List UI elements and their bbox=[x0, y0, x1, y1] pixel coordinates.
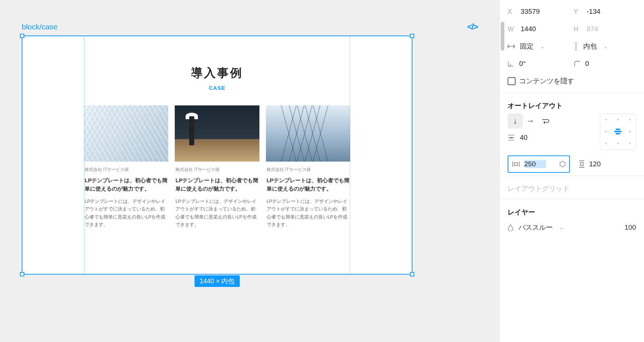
transform-section: X 33579 Y -134 W 1440 H 874 固定 bbox=[500, 0, 644, 93]
autolayout-heading: オートレイアウト bbox=[508, 96, 636, 113]
design-panel: X 33579 Y -134 W 1440 H 874 固定 bbox=[499, 0, 644, 342]
blend-mode-value[interactable]: パススルー bbox=[518, 223, 553, 232]
angle-icon bbox=[508, 61, 514, 67]
h-value[interactable]: 874 bbox=[587, 25, 598, 33]
horizontal-padding-field[interactable]: 250 bbox=[508, 155, 570, 173]
horizontal-resize-icon bbox=[508, 44, 515, 49]
vertical-padding-icon bbox=[579, 160, 585, 168]
canvas-area[interactable]: block/case </> 導入事例 CASE 株式会社 ITサービス様 LP… bbox=[0, 0, 499, 342]
corner-radius-value[interactable]: 0 bbox=[585, 60, 589, 68]
direction-buttons: ↓ → bbox=[508, 113, 593, 129]
horizontal-padding-icon bbox=[512, 161, 520, 167]
layer-section: レイヤー パススルー ⌄ 100 bbox=[500, 200, 644, 238]
autolayout-section: オートレイアウト ↓ → 40 bbox=[500, 93, 644, 176]
card-desc: LPテンプレートには、デザインやレイアウトがすでに決まっているため、初心者でも簡… bbox=[175, 198, 258, 229]
card-company: 株式会社 ITサービス様 bbox=[175, 167, 258, 173]
x-value[interactable]: 33579 bbox=[521, 8, 540, 16]
card-company: 株式会社 ITサービス様 bbox=[267, 167, 349, 173]
direction-wrap-button[interactable] bbox=[538, 113, 553, 129]
guide-right bbox=[350, 36, 350, 274]
y-label: Y bbox=[574, 8, 582, 16]
resize-handle-br[interactable] bbox=[410, 272, 414, 276]
x-field[interactable]: X 33579 bbox=[508, 8, 570, 16]
w-label: W bbox=[508, 25, 516, 33]
dimensions-badge: 1440 × 内包 bbox=[195, 275, 240, 287]
w-value[interactable]: 1440 bbox=[521, 25, 536, 33]
x-label: X bbox=[508, 8, 516, 16]
chevron-down-icon: ⌄ bbox=[540, 43, 545, 49]
case-card: 株式会社 ITサービス様 LPテンプレートは、初心者でも簡単に使えるのが魅力です… bbox=[175, 105, 259, 234]
rotation-value[interactable]: 0° bbox=[519, 60, 526, 68]
card-desc: LPテンプレートには、デザインやレイアウトがすでに決まっているため、初心者でも簡… bbox=[267, 198, 349, 229]
svg-rect-0 bbox=[514, 163, 517, 166]
section-subtitle: CASE bbox=[84, 85, 350, 91]
chevron-down-icon: ⌄ bbox=[603, 43, 608, 49]
gap-icon bbox=[508, 134, 515, 141]
y-field[interactable]: Y -134 bbox=[574, 8, 636, 16]
layout-grid-section[interactable]: レイアウトグリッド bbox=[500, 176, 644, 200]
layer-heading: レイヤー bbox=[508, 203, 636, 220]
corner-radius-icon bbox=[574, 61, 580, 67]
vertical-padding-field[interactable]: 120 bbox=[574, 155, 636, 173]
code-icon[interactable]: </> bbox=[467, 22, 478, 32]
scrollbar-thumb[interactable] bbox=[501, 22, 504, 51]
corner-radius-field[interactable]: 0 bbox=[574, 60, 636, 68]
resize-handle-tl[interactable] bbox=[20, 34, 24, 38]
case-card: 株式会社 ITサービス様 LPテンプレートは、初心者でも簡単に使えるのが魅力です… bbox=[84, 105, 168, 234]
card-desc: LPテンプレートには、デザインやレイアウトがすでに決まっているため、初心者でも簡… bbox=[85, 198, 168, 229]
gap-value[interactable]: 40 bbox=[520, 134, 528, 142]
clip-content-checkbox[interactable] bbox=[508, 77, 516, 85]
resize-handle-tr[interactable] bbox=[410, 34, 414, 38]
selected-frame[interactable]: 導入事例 CASE 株式会社 ITサービス様 LPテンプレートは、初心者でも簡単… bbox=[22, 36, 412, 275]
card-image bbox=[84, 105, 168, 162]
section-title: 導入事例 bbox=[84, 65, 350, 81]
card-company: 株式会社 ITサービス様 bbox=[85, 167, 168, 173]
direction-vertical-button[interactable]: ↓ bbox=[508, 113, 523, 129]
vertical-constraint[interactable]: 内包 ⌄ bbox=[574, 42, 636, 51]
blend-mode-icon[interactable] bbox=[508, 224, 513, 231]
rotation-field[interactable]: 0° bbox=[508, 60, 570, 68]
guide-left bbox=[84, 36, 84, 274]
y-value[interactable]: -134 bbox=[587, 8, 601, 16]
gap-field[interactable]: 40 bbox=[508, 134, 593, 142]
card-image bbox=[266, 105, 350, 162]
alignment-grid[interactable] bbox=[600, 113, 636, 150]
vertical-padding-value[interactable]: 120 bbox=[589, 160, 601, 168]
horizontal-constraint[interactable]: 固定 ⌄ bbox=[508, 42, 570, 51]
card-title: LPテンプレートは、初心者でも簡単に使えるのが魅力です。 bbox=[85, 176, 168, 193]
frame-label-row: block/case </> bbox=[22, 22, 478, 32]
opacity-value[interactable]: 100 bbox=[624, 224, 636, 232]
cards-row: 株式会社 ITサービス様 LPテンプレートは、初心者でも簡単に使えるのが魅力です… bbox=[84, 105, 350, 234]
clip-content-row[interactable]: コンテンツを隠す bbox=[508, 72, 636, 90]
h-field[interactable]: H 874 bbox=[574, 25, 636, 33]
direction-horizontal-button[interactable]: → bbox=[523, 113, 538, 129]
card-title: LPテンプレートは、初心者でも簡単に使えるのが魅力です。 bbox=[267, 176, 349, 193]
h-label: H bbox=[574, 25, 582, 33]
layout-grid-heading: レイアウトグリッド bbox=[508, 179, 636, 196]
frame-content: 導入事例 CASE 株式会社 ITサービス様 LPテンプレートは、初心者でも簡単… bbox=[22, 36, 412, 248]
svg-rect-1 bbox=[580, 163, 583, 166]
resize-handle-bl[interactable] bbox=[20, 272, 24, 276]
card-image bbox=[175, 105, 259, 162]
clip-content-label: コンテンツを隠す bbox=[519, 76, 574, 86]
alignment-center-icon bbox=[614, 129, 622, 134]
variable-icon[interactable] bbox=[560, 161, 565, 167]
w-field[interactable]: W 1440 bbox=[508, 25, 570, 33]
frame-name[interactable]: block/case bbox=[22, 22, 58, 31]
case-card: 株式会社 ITサービス様 LPテンプレートは、初心者でも簡単に使えるのが魅力です… bbox=[266, 105, 350, 234]
horizontal-padding-value[interactable]: 250 bbox=[524, 160, 546, 168]
card-title: LPテンプレートは、初心者でも簡単に使えるのが魅力です。 bbox=[175, 176, 258, 193]
vertical-resize-icon bbox=[574, 43, 578, 50]
chevron-down-icon: ⌄ bbox=[559, 225, 564, 230]
